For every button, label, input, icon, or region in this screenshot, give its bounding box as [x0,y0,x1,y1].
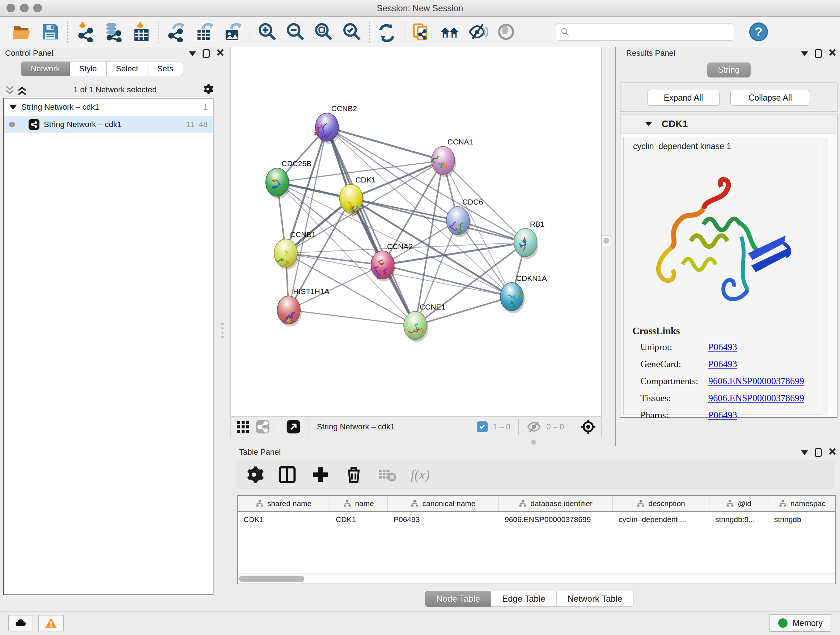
tab-network[interactable]: Network [21,62,70,76]
network-edges[interactable] [277,127,525,325]
crosslink-link[interactable]: 9606.ENSP00000378699 [708,393,804,404]
table-settings-gear-icon[interactable] [244,465,264,485]
network-node-CDC6[interactable]: CDC6 [447,198,483,237]
table-panel-float-icon[interactable] [815,448,822,457]
collapse-all-button[interactable]: Collapse All [730,90,810,106]
tab-edge-table[interactable]: Edge Table [491,591,557,607]
network-collection-row[interactable]: String Network – cdk1 1 [4,98,213,116]
tab-node-table[interactable]: Node Table [425,591,491,607]
column-header-@id[interactable]: @id [709,496,768,511]
edge-CCNB2-CCNA1[interactable] [327,127,443,160]
detach-view-icon[interactable] [286,420,301,434]
import-table-file-icon[interactable] [130,21,153,43]
selected-indicator-checkbox[interactable] [477,421,488,432]
network-node-CCNA1[interactable]: CCNA1 [431,138,473,177]
table-horizontal-scrollbar[interactable] [238,573,835,584]
network-node-CCNB2[interactable]: CCNB2 [314,104,357,144]
network-row[interactable]: String Network – cdk1 11 48 [4,116,213,133]
table-row[interactable]: CDK1CDK1P064939606.ENSP00000378699cyclin… [238,512,835,527]
zoom-selected-icon[interactable] [341,21,363,43]
table-cell[interactable]: stringdb:9... [709,512,768,527]
table-panel-close-icon[interactable] [829,448,836,458]
column-header-database-identifier[interactable]: database identifier [499,496,613,511]
tab-sets[interactable]: Sets [148,62,183,76]
table-cell[interactable]: stringdb [768,512,836,527]
protein-collapse-icon[interactable] [645,122,652,126]
results-panel-menu-icon[interactable] [801,51,808,56]
table-cell[interactable]: P06493 [388,512,499,527]
edge-CCNB2-HIST1H1A[interactable] [289,127,327,310]
network-node-CCNE1[interactable]: CCNE1 [404,302,445,342]
save-session-icon[interactable] [39,21,62,43]
column-header-canonical-name[interactable]: canonical name [388,496,499,511]
protein-card-header[interactable]: CDK1 [621,114,837,134]
table-cell[interactable]: 9606.ENSP00000378699 [499,512,613,527]
network-node-CDKN1A[interactable]: CDKN1A [500,274,547,314]
zoom-out-icon[interactable] [284,21,307,43]
crosslink-link[interactable]: P06493 [708,410,737,421]
results-panel-close-icon[interactable] [829,49,836,59]
column-header-description[interactable]: description [613,496,709,511]
results-scrollbar[interactable] [822,137,828,415]
edge-CCNB1-CCNA2[interactable] [286,253,383,265]
tab-network-table[interactable]: Network Table [557,591,634,607]
column-header-shared-name[interactable]: shared name [238,496,330,511]
network-node-HIST1H1A[interactable]: HIST1H1A [277,287,329,326]
control-panel-float-icon[interactable] [202,49,210,58]
table-cell[interactable]: CDK1 [330,512,388,527]
edge-CCNB2-CCNE1[interactable] [327,127,415,325]
delete-column-icon[interactable] [344,465,363,485]
collapse-all-networks-icon[interactable] [4,84,16,95]
memory-button[interactable]: Memory [769,614,831,632]
column-header-name[interactable]: name [330,496,388,511]
clone-network-icon[interactable] [410,21,433,43]
cloud-status-button[interactable] [8,615,33,631]
first-neighbors-icon[interactable] [439,21,461,43]
network-options-gear-icon[interactable] [202,83,213,96]
control-panel-resize-grip[interactable] [221,323,224,338]
edge-HIST1H1A-CCNE1[interactable] [289,310,415,325]
export-network-icon[interactable] [165,21,187,43]
collection-expand-icon[interactable] [9,105,17,110]
edge-CDK1-RB1[interactable] [351,198,525,242]
control-panel-close-icon[interactable] [216,49,224,59]
expand-all-networks-icon[interactable] [16,84,28,95]
network-graph[interactable]: CCNB2CCNA1CDC25BCDK1CDC6RB1CCNB1CCNA2CDK… [231,47,602,416]
crosslink-link[interactable]: 9606.ENSP00000378699 [708,376,804,386]
open-session-icon[interactable] [11,21,33,43]
edge-CCNB2-RB1[interactable] [327,127,526,242]
search-input[interactable] [573,27,729,36]
table-scrollbar-thumb[interactable] [239,576,304,582]
crosslink-link[interactable]: P06493 [708,342,737,353]
hide-selection-icon[interactable] [467,21,489,43]
import-network-file-icon[interactable] [74,21,96,43]
import-network-database-icon[interactable] [102,21,125,43]
edge-CDKN1A-CCNE1[interactable] [415,297,512,326]
export-image-icon[interactable] [221,21,244,43]
tab-select[interactable]: Select [107,62,148,76]
zoom-window-button[interactable] [33,4,42,12]
expand-all-button[interactable]: Expand All [647,90,720,106]
zoom-in-icon[interactable] [256,21,279,43]
table-cell[interactable]: cyclin–dependent ... [613,512,709,527]
refresh-icon[interactable] [376,21,398,43]
splitter-handle[interactable] [602,235,611,246]
network-node-RB1[interactable]: RB1 [514,220,545,259]
show-columns-icon[interactable] [278,465,297,485]
column-header-namespac[interactable]: namespac [768,496,836,511]
results-panel-float-icon[interactable] [815,49,822,58]
results-tab-string[interactable]: String [707,62,750,78]
grid-view-icon[interactable] [236,420,250,434]
table-panel-menu-icon[interactable] [801,450,808,455]
show-all-icon[interactable] [495,21,517,43]
warnings-button[interactable] [38,615,64,631]
tab-style[interactable]: Style [70,62,107,76]
add-column-icon[interactable] [311,465,330,485]
export-table-icon[interactable] [193,21,216,43]
zoom-fit-icon[interactable] [313,21,335,43]
birdseye-view-icon[interactable] [580,419,596,435]
minimize-window-button[interactable] [20,4,28,12]
table-cell[interactable]: CDK1 [238,512,330,527]
network-node-CCNB1[interactable]: CCNB1 [274,230,316,270]
horizontal-splitter-handle[interactable] [531,440,536,445]
